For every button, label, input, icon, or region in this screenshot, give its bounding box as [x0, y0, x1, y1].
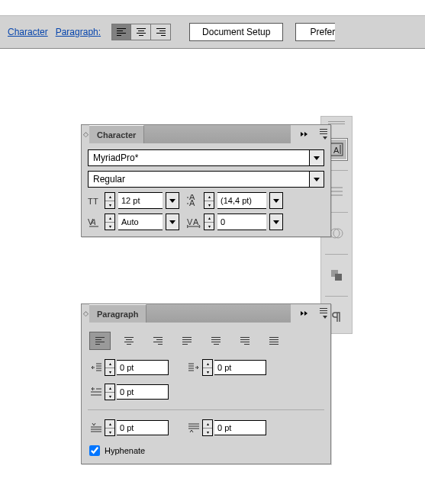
panel-grip-icon[interactable]: ◇ [82, 304, 89, 323]
leading-dropdown-icon[interactable] [269, 192, 283, 209]
kerning-spinner[interactable]: ▴▾ [105, 213, 115, 230]
panel-collapse-icon[interactable] [291, 125, 317, 143]
character-tab[interactable]: Character [89, 125, 144, 143]
svg-text:T: T [88, 197, 93, 206]
indent-left-input[interactable] [117, 360, 169, 375]
font-style-field[interactable] [88, 171, 324, 188]
tracking-input[interactable] [217, 213, 266, 230]
panel-menu-icon[interactable] [317, 304, 330, 323]
paragraph-align-group [88, 329, 324, 353]
space-before-icon [89, 422, 103, 433]
space-after-input[interactable] [214, 420, 266, 435]
leading-spinner[interactable]: ▴▾ [204, 192, 214, 209]
indent-first-line-icon [89, 387, 103, 397]
para-justify-center-icon[interactable] [205, 332, 227, 350]
font-size-input[interactable] [118, 192, 163, 209]
preferences-button[interactable]: Prefer [295, 23, 335, 41]
align-center-button[interactable] [131, 24, 151, 40]
font-family-field[interactable] [88, 149, 324, 166]
svg-text:A: A [189, 198, 195, 207]
indent-first-line-input[interactable] [117, 384, 169, 400]
character-panel: ◇ Character TT ▴▾ AA [81, 124, 331, 237]
font-family-dropdown-icon[interactable] [309, 149, 324, 166]
svg-text:A: A [333, 146, 340, 155]
space-after-icon [187, 422, 201, 433]
font-style-input[interactable] [88, 171, 309, 188]
font-family-input[interactable] [88, 149, 309, 166]
tracking-spinner[interactable]: ▴▾ [204, 213, 214, 230]
indent-first-line-spinner[interactable]: ▴▾ [105, 384, 115, 400]
para-align-left-icon[interactable] [89, 332, 111, 350]
panel-grip-icon[interactable]: ◇ [82, 125, 89, 143]
align-group [111, 24, 171, 40]
para-justify-right-icon[interactable] [234, 332, 256, 350]
panel-tab-bar: ◇ Character [82, 125, 330, 143]
font-size-dropdown-icon[interactable] [166, 192, 179, 209]
para-align-right-icon[interactable] [147, 332, 169, 350]
para-justify-all-icon[interactable] [263, 332, 285, 350]
space-before-spinner[interactable]: ▴▾ [105, 419, 115, 436]
para-justify-left-icon[interactable] [176, 332, 198, 350]
kerning-icon: VA [88, 216, 101, 228]
hyphenate-label: Hyphenate [105, 446, 145, 455]
svg-rect-9 [335, 274, 342, 281]
kerning-input[interactable] [118, 213, 163, 230]
leading-input[interactable] [217, 192, 266, 209]
indent-left-icon [89, 362, 103, 373]
font-size-icon: TT [88, 194, 101, 207]
panel-collapse-icon[interactable] [291, 304, 317, 323]
paragraph-panel: ◇ Paragraph ▴▾ ▴▾ [81, 303, 331, 464]
tracking-icon: VA [187, 216, 201, 228]
paragraph-link[interactable]: Paragraph [56, 27, 101, 37]
para-align-center-icon[interactable] [118, 332, 140, 350]
leading-icon: AA [187, 194, 201, 207]
dock-pathfinder-icon[interactable] [325, 264, 348, 287]
indent-left-spinner[interactable]: ▴▾ [105, 359, 115, 376]
document-setup-button[interactable]: Document Setup [189, 23, 283, 41]
font-style-dropdown-icon[interactable] [309, 171, 324, 188]
indent-right-icon [187, 362, 201, 373]
control-bar: Character Paragraph Document Setup Prefe… [0, 15, 425, 49]
align-left-button[interactable] [111, 24, 131, 40]
svg-text:A: A [193, 217, 199, 226]
align-right-button[interactable] [151, 24, 171, 40]
indent-right-input[interactable] [214, 360, 266, 375]
svg-text:T: T [93, 197, 98, 206]
space-after-spinner[interactable]: ▴▾ [202, 419, 213, 436]
indent-right-spinner[interactable]: ▴▾ [202, 359, 213, 376]
kerning-dropdown-icon[interactable] [166, 213, 179, 230]
space-before-input[interactable] [117, 420, 169, 435]
tracking-dropdown-icon[interactable] [269, 213, 283, 230]
panel-menu-icon[interactable] [317, 125, 330, 143]
character-link[interactable]: Character [8, 27, 48, 37]
panel-tab-bar: ◇ Paragraph [82, 304, 330, 323]
hyphenate-checkbox[interactable] [89, 445, 100, 456]
paragraph-tab[interactable]: Paragraph [89, 304, 146, 323]
font-size-spinner[interactable]: ▴▾ [105, 192, 115, 209]
